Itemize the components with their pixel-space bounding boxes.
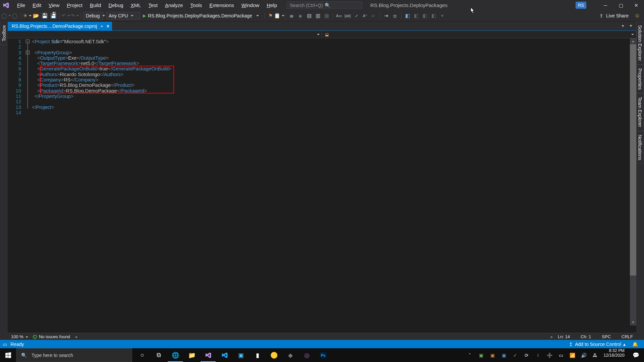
- live-share-button[interactable]: ⇪ Live Share: [596, 13, 632, 18]
- whitespace-mode-label[interactable]: SPC: [602, 334, 611, 339]
- task-cmd-icon[interactable]: ▮: [249, 348, 266, 362]
- menu-edit[interactable]: Edit: [29, 1, 45, 9]
- find-in-files-icon[interactable]: ⚑: [267, 12, 275, 20]
- task-app-1-icon[interactable]: ◆: [282, 348, 299, 362]
- code-line[interactable]: <GeneratePackageOnBuild>true</GeneratePa…: [32, 66, 636, 71]
- task-vscode-icon[interactable]: [216, 348, 233, 362]
- code-line[interactable]: </Project>: [32, 105, 636, 110]
- document-tab-close-button[interactable]: ×: [107, 23, 109, 29]
- toggle-bookmark-button[interactable]: ◧: [404, 12, 412, 20]
- toggle-tb-1[interactable]: ▦: [323, 12, 331, 20]
- caret-line-label[interactable]: Ln: 14: [558, 334, 570, 339]
- notifications-bell-icon[interactable]: 🔔: [629, 342, 641, 347]
- tray-battery-icon[interactable]: ▭: [557, 353, 565, 358]
- code-editor[interactable]: 1234567891011121314 −− <Project Sdk="Mic…: [8, 38, 636, 333]
- font-increase-icon[interactable]: A⁺: [361, 12, 369, 20]
- clear-bookmarks-button[interactable]: ◧: [430, 12, 438, 20]
- prev-bookmark-button[interactable]: ◧: [412, 12, 420, 20]
- scroll-up-arrow-icon[interactable]: ▲: [630, 38, 636, 44]
- ab-toggle-1[interactable]: A▭: [335, 12, 343, 20]
- document-tab-active[interactable]: RS.Blog.Projects....DemoPackage.csproj +…: [8, 22, 112, 31]
- scrollbar-thumb[interactable]: [630, 44, 636, 276]
- tray-app-check-icon[interactable]: ✓: [512, 353, 519, 358]
- menu-analyze[interactable]: Analyze: [161, 1, 186, 9]
- taskbar-clock[interactable]: 8:32 PM 12/16/2020: [600, 348, 628, 362]
- tray-bluetooth-icon[interactable]: ᚼ: [534, 353, 542, 358]
- scope-block-icon[interactable]: ⎊: [391, 12, 399, 20]
- start-debugging-button[interactable]: ▶RS.Blog.Projects.DeployPackages.DemoPac…: [141, 12, 262, 20]
- uncomment-selection-button[interactable]: ▥: [314, 12, 322, 20]
- menu-view[interactable]: View: [45, 1, 63, 9]
- code-line[interactable]: <Project Sdk="Microsoft.NET.Sdk">: [32, 39, 636, 44]
- panel-tab-toolbox[interactable]: Toolbox: [0, 21, 8, 45]
- redo-button[interactable]: ↷: [70, 12, 78, 20]
- nav-bar-project-combo[interactable]: [8, 31, 322, 38]
- solution-platform-combo[interactable]: Any CPU: [106, 12, 140, 20]
- save-all-button[interactable]: 💾💾: [49, 12, 57, 20]
- user-badge[interactable]: RS: [576, 2, 586, 9]
- task-cortana-icon[interactable]: ○: [134, 348, 151, 362]
- action-center-button[interactable]: 💬: [628, 348, 644, 362]
- outlining-margin[interactable]: −−: [24, 38, 32, 333]
- menu-window[interactable]: Window: [238, 1, 263, 9]
- tray-app-blue-icon[interactable]: ▣: [500, 353, 507, 358]
- task-file-explorer-icon[interactable]: 📁: [183, 348, 200, 362]
- task-photoshop-icon[interactable]: Ps: [315, 348, 331, 362]
- task-chrome-icon[interactable]: 🟡: [266, 348, 282, 362]
- minimize-button[interactable]: ─: [598, 0, 613, 10]
- outdent-lines-icon[interactable]: ≡: [297, 12, 305, 20]
- code-line[interactable]: <PropertyGroup>: [32, 50, 636, 55]
- code-line[interactable]: <Authors>Ricardo Sotolongo</Authors>: [32, 72, 636, 77]
- font-decrease-icon[interactable]: A⁻: [370, 12, 378, 20]
- task-edge-icon[interactable]: 🌐: [167, 348, 183, 362]
- code-text-area[interactable]: <Project Sdk="Microsoft.NET.Sdk"> <Prope…: [32, 38, 636, 333]
- caret-col-label[interactable]: Ch: 1: [581, 334, 591, 339]
- add-to-source-control-button[interactable]: ↥ Add to Source Control ▴: [566, 340, 629, 348]
- active-files-dropdown[interactable]: ▾: [620, 22, 626, 29]
- tray-wifi-icon[interactable]: 📶: [569, 353, 576, 358]
- code-line[interactable]: <Product>RS.Blog.DemoPackage</Product>: [32, 82, 636, 88]
- maximize-button[interactable]: ▢: [613, 0, 629, 10]
- tray-app-orange-icon[interactable]: ▣: [489, 353, 496, 358]
- tray-network-icon[interactable]: 🖧: [591, 353, 599, 358]
- code-line[interactable]: [32, 44, 636, 50]
- task-view-icon[interactable]: ⧉: [151, 348, 167, 362]
- panel-tab-team-explorer[interactable]: Team Explorer: [636, 93, 644, 131]
- nav-forward-button[interactable]: ◯: [11, 12, 19, 20]
- code-line[interactable]: <TargetFramework>net5.0</TargetFramework…: [32, 61, 636, 66]
- browse-button[interactable]: 📋: [275, 12, 283, 20]
- tray-add-icon[interactable]: ➕: [546, 353, 553, 358]
- menu-file[interactable]: File: [13, 1, 29, 9]
- code-line[interactable]: [32, 99, 636, 104]
- tray-overflow-icon[interactable]: ˄: [466, 353, 473, 358]
- menu-tools[interactable]: Tools: [186, 1, 206, 9]
- code-line[interactable]: </PropertyGroup>: [32, 94, 636, 99]
- vertical-scrollbar[interactable]: ▲ ▼: [630, 38, 636, 325]
- panel-tab-properties[interactable]: Properties: [636, 65, 644, 94]
- undo-button[interactable]: ↶: [62, 12, 70, 20]
- scroll-down-arrow-icon[interactable]: ▼: [630, 319, 636, 325]
- ab-toggle-2[interactable]: [ab]: [344, 12, 352, 20]
- open-file-button[interactable]: 📂: [32, 12, 40, 20]
- task-visual-studio-icon[interactable]: [200, 348, 216, 362]
- indent-lines-icon[interactable]: ≣: [288, 12, 296, 20]
- line-ending-label[interactable]: CRLF: [622, 334, 633, 339]
- quick-launch-search[interactable]: Search (Ctrl+Q) 🔍: [287, 1, 362, 9]
- menu-debug[interactable]: Debug: [105, 1, 127, 9]
- tray-app-green-icon[interactable]: ▣: [477, 353, 485, 358]
- taskbar-search-box[interactable]: 🔍 Type here to search: [16, 348, 132, 362]
- zoom-level-combo[interactable]: 100 %: [11, 334, 28, 339]
- issues-nav-left-icon[interactable]: ◂: [75, 334, 77, 339]
- overflow-icon[interactable]: ▾: [438, 12, 446, 20]
- task-app-2-icon[interactable]: ◎: [299, 348, 315, 362]
- no-issues-indicator[interactable]: ✓ No issues found: [33, 334, 70, 339]
- comment-selection-button[interactable]: ▤: [305, 12, 313, 20]
- save-button[interactable]: 💾: [41, 12, 49, 20]
- close-window-button[interactable]: ✕: [629, 0, 644, 10]
- task-windows-terminal-icon[interactable]: ▣: [233, 348, 249, 362]
- menu-test[interactable]: Test: [145, 1, 161, 9]
- scope-line-icon[interactable]: ⇥: [382, 12, 390, 20]
- new-project-button[interactable]: ✳: [23, 12, 31, 20]
- start-button[interactable]: [0, 348, 16, 362]
- nav-back-button[interactable]: ◯: [2, 12, 10, 20]
